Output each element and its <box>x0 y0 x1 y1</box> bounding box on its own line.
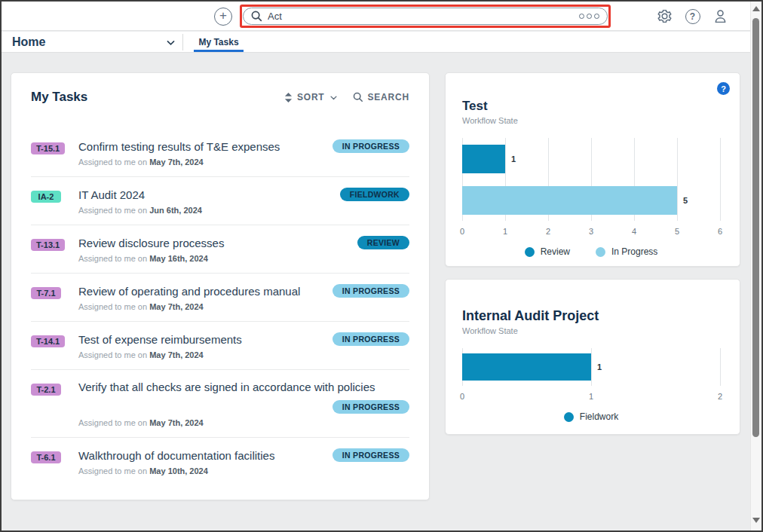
assigned-text: Assigned to me on May 7th, 2024 <box>78 157 409 167</box>
settings-button[interactable] <box>656 8 673 25</box>
sort-label: SORT <box>297 92 325 102</box>
task-row[interactable]: T-2.1 Verify that all checks are signed … <box>31 370 409 438</box>
bar-chart[interactable]: 1 <box>462 348 720 386</box>
gridline <box>591 348 592 386</box>
top-bar: + ? <box>2 2 750 31</box>
more-options-icon[interactable] <box>579 14 599 19</box>
add-button[interactable]: + <box>214 8 232 26</box>
chart-subtitle: Workflow State <box>462 326 720 335</box>
task-title[interactable]: Verify that all checks are signed in acc… <box>78 381 375 393</box>
legend-label: Fieldwork <box>580 411 618 422</box>
nav-bar: Home My Tasks <box>2 32 750 53</box>
task-title[interactable]: Test of expense reimbursements <box>78 333 242 346</box>
bar-value-label: 1 <box>597 362 602 371</box>
task-title[interactable]: Confirm testing results of T&E expenses <box>78 140 280 153</box>
status-badge: FIELDWORK <box>340 188 409 201</box>
chart-subtitle: Workflow State <box>462 116 720 125</box>
legend-dot-icon <box>525 247 535 257</box>
plus-circle-icon: + <box>219 8 227 23</box>
assigned-date: May 7th, 2024 <box>149 302 204 311</box>
task-title[interactable]: IT Audit 2024 <box>78 188 145 201</box>
legend-label: Review <box>541 246 570 257</box>
status-badge: IN PROGRESS <box>332 448 409 462</box>
legend-item: In Progress <box>596 246 657 257</box>
task-row[interactable]: T-6.1 Walkthrough of documentation facil… <box>31 438 409 485</box>
home-label: Home <box>12 35 45 49</box>
scroll-up-icon[interactable] <box>752 6 760 11</box>
main-content: My Tasks SORT <box>2 54 750 530</box>
chart-title: Test <box>462 99 720 114</box>
task-id-badge[interactable]: T-14.1 <box>31 335 65 347</box>
task-id-badge[interactable]: T-2.1 <box>31 384 61 396</box>
assigned-prefix: Assigned to me on <box>78 254 147 263</box>
x-axis-ticks: 0123456 <box>462 225 720 240</box>
search-icon <box>251 11 262 22</box>
chart-title: Internal Audit Project <box>462 308 720 324</box>
internal-audit-chart-panel: Internal Audit Project Workflow State 1 … <box>445 279 740 435</box>
assigned-text: Assigned to me on May 7th, 2024 <box>78 302 409 311</box>
test-chart-panel: ? Test Workflow State 15 0123456 ReviewI… <box>445 72 740 267</box>
assigned-prefix: Assigned to me on <box>78 466 147 475</box>
profile-button[interactable] <box>712 8 729 25</box>
assigned-text: Assigned to me on May 16th, 2024 <box>78 254 409 263</box>
chart-help-button[interactable]: ? <box>717 82 730 95</box>
scrollbar-thumb[interactable] <box>752 18 759 437</box>
task-row[interactable]: T-7.1 Review of operating and procedures… <box>31 274 409 322</box>
assigned-date: Jun 6th, 2024 <box>149 206 202 215</box>
scroll-down-icon[interactable] <box>752 518 760 523</box>
task-title[interactable]: Review of operating and procedures manua… <box>78 285 300 298</box>
status-badge: IN PROGRESS <box>332 332 409 346</box>
status-badge: IN PROGRESS <box>332 139 409 153</box>
nav-divider <box>182 34 183 50</box>
gear-icon <box>657 8 673 24</box>
user-icon <box>712 8 728 24</box>
task-title[interactable]: Walkthrough of documentation facilities <box>78 449 274 462</box>
task-title[interactable]: Review disclosure processes <box>78 237 224 249</box>
help-icon: ? <box>721 84 726 93</box>
assigned-date: May 7th, 2024 <box>149 418 204 427</box>
my-tasks-panel: My Tasks SORT <box>11 72 430 500</box>
bar-fieldwork[interactable] <box>462 353 591 381</box>
bar-review[interactable] <box>462 145 505 173</box>
bar-value-label: 5 <box>683 196 688 205</box>
tab-my-tasks[interactable]: My Tasks <box>194 32 244 52</box>
app-window: + ? <box>0 0 763 532</box>
assigned-date: May 16th, 2024 <box>149 254 208 263</box>
chevron-down-icon[interactable] <box>166 38 176 47</box>
task-id-badge[interactable]: T-6.1 <box>31 451 61 463</box>
task-row[interactable]: IA-2 IT Audit 2024 FIELDWORK Assigned to… <box>31 177 409 225</box>
assigned-text: Assigned to me on Jun 6th, 2024 <box>78 206 409 215</box>
bar-value-label: 1 <box>511 154 516 164</box>
tick-label: 3 <box>589 227 593 236</box>
task-id-badge[interactable]: IA-2 <box>31 191 61 203</box>
task-row[interactable]: T-13.1 Review disclosure processes REVIE… <box>31 225 409 274</box>
assigned-text: Assigned to me on May 7th, 2024 <box>78 418 409 427</box>
assigned-prefix: Assigned to me on <box>78 157 147 167</box>
home-dropdown[interactable]: Home <box>12 32 45 52</box>
bar-chart[interactable]: 15 <box>462 138 720 221</box>
tab-active-underline <box>194 50 244 52</box>
tick-label: 0 <box>460 392 464 401</box>
assigned-prefix: Assigned to me on <box>78 206 147 215</box>
search-control[interactable]: SEARCH <box>353 92 409 102</box>
task-id-badge[interactable]: T-13.1 <box>31 239 65 251</box>
assigned-date: May 7th, 2024 <box>149 157 204 167</box>
task-row[interactable]: T-15.1 Confirm testing results of T&E ex… <box>31 129 409 177</box>
tick-label: 5 <box>675 227 679 236</box>
chart-legend: Fieldwork <box>462 411 720 422</box>
task-id-badge[interactable]: T-7.1 <box>31 287 61 299</box>
status-badge: IN PROGRESS <box>332 284 409 298</box>
bar-in-progress[interactable] <box>462 186 677 215</box>
help-button[interactable]: ? <box>684 8 701 25</box>
task-row[interactable]: T-14.1 Test of expense reimbursements IN… <box>31 322 409 370</box>
x-axis-ticks: 012 <box>462 390 720 405</box>
assigned-date: May 10th, 2024 <box>149 466 208 475</box>
tick-label: 4 <box>632 227 636 236</box>
task-id-badge[interactable]: T-15.1 <box>31 142 65 154</box>
global-search-box[interactable] <box>243 8 608 25</box>
vertical-scrollbar[interactable] <box>750 2 761 530</box>
legend-dot-icon <box>564 412 574 422</box>
sort-control[interactable]: SORT <box>284 92 338 102</box>
search-input[interactable] <box>268 11 574 22</box>
tick-label: 6 <box>718 227 722 236</box>
